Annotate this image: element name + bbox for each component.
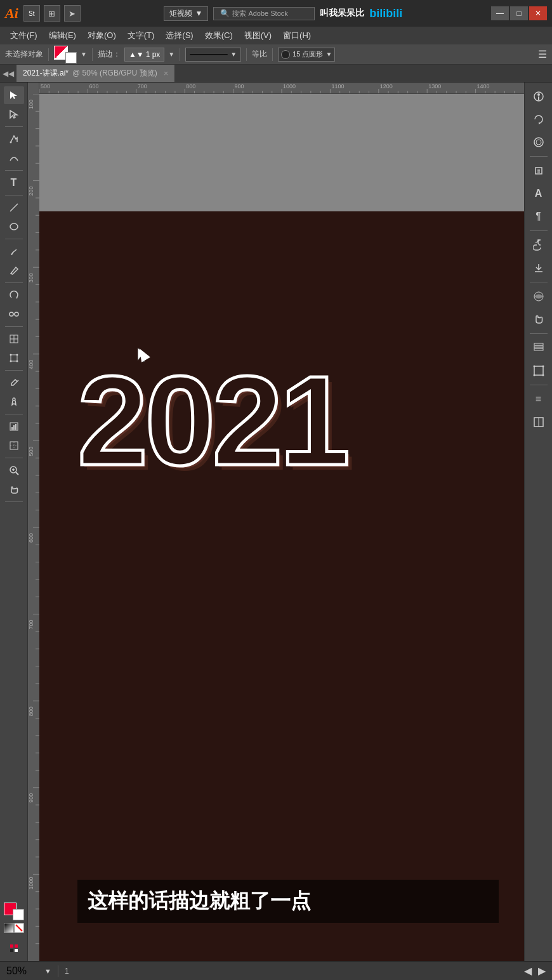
svg-point-4	[10, 223, 18, 230]
fg-bg-color[interactable]	[4, 903, 24, 920]
panel-expand-btn[interactable]	[529, 412, 549, 432]
tab-close-button[interactable]: ×	[164, 69, 169, 78]
menu-select[interactable]: 选择(S)	[161, 29, 198, 43]
type-tool[interactable]: T	[4, 174, 24, 192]
none-icon[interactable]	[14, 923, 24, 933]
blend-tool[interactable]	[4, 305, 24, 323]
grid-view-icon[interactable]: ⊞	[44, 5, 60, 22]
nav-prev[interactable]: ◀	[524, 965, 532, 977]
pen-tool[interactable]	[4, 130, 24, 148]
hand-tool[interactable]	[4, 480, 24, 498]
menu-window[interactable]: 窗口(H)	[278, 29, 316, 43]
properties-panel-btn[interactable]	[529, 86, 549, 107]
line-tool[interactable]	[4, 199, 24, 216]
tab-zoom-mode: @ 50% (RGB/GPU 预览)	[72, 68, 157, 79]
svg-line-5	[11, 274, 13, 274]
graph-tool[interactable]	[4, 418, 24, 435]
vertical-ruler-canvas	[28, 94, 39, 961]
svg-point-14	[10, 354, 11, 356]
panel-toggle[interactable]: ☰	[538, 48, 547, 60]
text-2021: 2021	[77, 357, 347, 484]
stroke-fill-dropdown[interactable]: ▼	[81, 51, 87, 58]
send-icon[interactable]: ➤	[64, 5, 81, 22]
tool-separator-1	[5, 126, 23, 127]
svg-point-17	[16, 361, 18, 362]
ellipse-tool[interactable]	[4, 218, 24, 235]
transform-panel-btn[interactable]	[529, 109, 549, 129]
panel-collapse-btn[interactable]: ≡	[529, 389, 549, 409]
direct-select-tool[interactable]	[4, 105, 24, 123]
background-color[interactable]	[13, 909, 24, 920]
gradient-icon[interactable]	[4, 923, 14, 933]
text-panel-btn[interactable]: A	[529, 183, 549, 204]
view-mode-select[interactable]: 矩视频 ▼	[164, 6, 208, 21]
stroke-style-box[interactable]: ▼	[185, 48, 241, 62]
color-swatches[interactable]	[4, 903, 24, 937]
svg-point-41	[534, 138, 543, 147]
paragraph-panel-btn[interactable]: ¶	[529, 206, 549, 227]
layers-panel-btn[interactable]	[529, 338, 549, 358]
svg-line-3	[10, 204, 18, 211]
slice-tool[interactable]	[4, 437, 24, 454]
canvas-area[interactable]: 2021 2021 这样的话描边就粗了一点	[39, 94, 524, 961]
appearance-panel-btn[interactable]	[529, 132, 549, 152]
point-style-box[interactable]: 15 点圆形 ▼	[278, 48, 335, 62]
menu-file[interactable]: 文件(F)	[5, 29, 43, 43]
svg-point-38	[537, 93, 540, 96]
artboard-panel-btn[interactable]	[529, 361, 549, 381]
tab-scroll-left[interactable]: ◀◀	[0, 65, 16, 82]
color-panel-btn[interactable]	[529, 286, 549, 307]
free-transform-tool[interactable]	[4, 349, 24, 367]
menu-object[interactable]: 对象(O)	[82, 29, 121, 43]
libraries-panel-btn[interactable]	[529, 161, 549, 181]
menu-bar: 文件(F) 编辑(E) 对象(O) 文字(T) 选择(S) 效果(C) 视图(V…	[0, 27, 552, 44]
menu-view[interactable]: 视图(V)	[239, 29, 277, 43]
export-panel-btn[interactable]	[529, 258, 549, 278]
mesh-tool[interactable]	[4, 330, 24, 348]
hand-r-panel-btn[interactable]	[529, 309, 549, 329]
zoom-value: 50%	[6, 965, 27, 976]
pencil-tool[interactable]	[4, 262, 24, 279]
status-sep-1	[58, 965, 58, 977]
app-logo: Ai	[5, 5, 18, 22]
eyedropper-tool[interactable]	[4, 374, 24, 392]
menu-effect[interactable]: 效果(C)	[200, 29, 238, 43]
zoom-level-box[interactable]: 50%	[6, 965, 38, 977]
svg-marker-0	[10, 91, 17, 99]
rpanel-sep-4	[530, 333, 548, 334]
adobe-stock-search[interactable]: 🔍 搜索 Adobe Stock	[213, 7, 315, 20]
zoom-tool[interactable]	[4, 461, 24, 479]
tool-separator-5	[5, 282, 23, 283]
stroke-dropdown[interactable]: ▼	[168, 51, 174, 58]
stroke-width-box[interactable]: ▲▼ 1 px	[124, 48, 164, 62]
stroke-fill-indicator[interactable]	[54, 46, 77, 63]
artboard-toggle[interactable]	[4, 939, 24, 957]
select-tool[interactable]	[4, 86, 24, 104]
svg-rect-45	[534, 346, 543, 348]
tab-2021[interactable]: 2021-讲课.ai* @ 50% (RGB/GPU 预览) ×	[16, 65, 175, 82]
bilibili-logo: bilibili	[369, 7, 402, 20]
menu-text[interactable]: 文字(T)	[122, 29, 160, 43]
ruler-corner	[28, 83, 39, 94]
menu-edit[interactable]: 编辑(E)	[44, 29, 81, 43]
opt-separator-2	[92, 48, 93, 61]
rotate-tool[interactable]	[4, 286, 24, 304]
svg-point-2	[10, 142, 11, 143]
rpanel-sep-5	[530, 385, 548, 385]
svg-point-15	[16, 354, 18, 356]
nav-next[interactable]: ▶	[538, 965, 546, 977]
minimize-button[interactable]: —	[491, 6, 509, 20]
title-center-area: 矩视频 ▼ 🔍 搜索 Adobe Stock 叫我呆呆比 bilibili	[81, 6, 486, 21]
tool-separator-4	[5, 239, 23, 239]
restore-button[interactable]: □	[510, 6, 528, 20]
tool-separator-6	[5, 326, 23, 327]
tool-separator-7	[5, 370, 23, 371]
svg-rect-13	[11, 355, 17, 361]
st-icon[interactable]: St	[23, 5, 40, 22]
curvature-tool[interactable]	[4, 149, 24, 167]
main-layout: T	[0, 83, 552, 961]
close-button[interactable]: ✕	[529, 6, 547, 20]
paintbrush-tool[interactable]	[4, 242, 24, 260]
links-panel-btn[interactable]	[529, 235, 549, 255]
puppet-warp-tool[interactable]	[4, 393, 24, 411]
